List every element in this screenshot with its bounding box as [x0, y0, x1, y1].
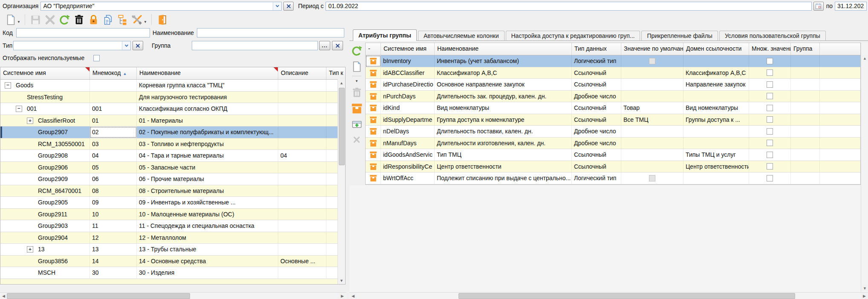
save-button[interactable]: [29, 13, 43, 26]
column-header[interactable]: Системное имя: [381, 43, 435, 55]
code-input[interactable]: [16, 28, 150, 37]
tree-horizontal-scrollbar[interactable]: ◀ ▶: [0, 292, 346, 299]
organization-clear-button[interactable]: [283, 2, 294, 11]
column-header[interactable]: Домен ссылочности: [683, 43, 749, 55]
tree-row[interactable]: Group29050909 - Инвентарь и хозяйственны…: [0, 197, 345, 209]
tree-row[interactable]: Group29031111 - Спецодежда и специальная…: [0, 220, 345, 232]
delete-button[interactable]: [72, 13, 87, 26]
tree-row[interactable]: Group29070202 - Покупные полуфабрикаты и…: [0, 126, 345, 138]
tree-row[interactable]: Group29060505 - Запасные части: [0, 162, 345, 174]
type-clear-button[interactable]: [133, 41, 143, 50]
add-box-button[interactable]: [350, 118, 363, 130]
tab-3[interactable]: Прикрепленные файлы: [641, 31, 718, 40]
default-value-checkbox[interactable]: [649, 175, 655, 181]
column-header[interactable]: Мнемокод▲: [90, 67, 137, 79]
cancel-button[interactable]: [43, 13, 58, 26]
scroll-thumb[interactable]: [7, 293, 190, 299]
tree-row[interactable]: −GoodsКорневая группа класса "ТМЦ": [0, 80, 345, 92]
tree-row[interactable]: RCM_1305500010303 - Топливо и нефтепроду…: [0, 138, 345, 150]
multiple-value-checkbox[interactable]: [767, 152, 773, 158]
period-to-input[interactable]: [835, 2, 867, 11]
tree-vertical-scrollbar[interactable]: ▲ ▼: [337, 79, 345, 284]
multiple-value-checkbox[interactable]: [767, 163, 773, 170]
scroll-thumb[interactable]: [459, 293, 795, 299]
tab-1[interactable]: Автовычисляемые колонки: [418, 31, 505, 40]
column-header[interactable]: Тип данных: [572, 43, 621, 55]
collapse-icon[interactable]: −: [5, 82, 11, 89]
tab-0[interactable]: Атрибуты группы: [353, 29, 417, 41]
tree-row[interactable]: Group29041212 - Металлолом: [0, 232, 345, 244]
expand-icon[interactable]: +: [27, 246, 33, 253]
column-header[interactable]: Описание: [278, 67, 326, 79]
scroll-right-button[interactable]: ▶: [339, 293, 346, 299]
column-header[interactable]: Наименование: [137, 67, 278, 79]
scroll-up-button[interactable]: ▲: [338, 80, 345, 86]
name-input[interactable]: [197, 28, 344, 37]
tree-row[interactable]: +131313 - Трубы стальные: [0, 244, 345, 256]
attribute-row[interactable]: idResponsibilityCeЦентр ответственностиС…: [366, 161, 860, 173]
default-value-checkbox[interactable]: [649, 58, 655, 64]
column-header[interactable]: Системное имя: [0, 67, 90, 79]
panel-splitter[interactable]: [346, 26, 349, 299]
new-document-button[interactable]: [3, 13, 18, 26]
attribute-row[interactable]: nDelDaysДлительность поставки, кален. дн…: [366, 126, 860, 138]
attribute-row[interactable]: idKindВид номенклатурыСсылочныйТоварВид …: [366, 102, 860, 114]
tree-row[interactable]: +ClassifierRoot0101 - Материалы: [0, 115, 345, 127]
tab-4[interactable]: Условия пользовательской группы: [719, 31, 826, 40]
attributes-vertical-scrollbar[interactable]: ▲ ▼: [861, 43, 868, 292]
tree-row[interactable]: −001001Классификация согласно ОКПД: [0, 103, 345, 115]
tree-row[interactable]: Group29111010 - Малоценные материалы (ОС…: [0, 209, 345, 221]
exit-button[interactable]: [155, 13, 170, 26]
scroll-up-button[interactable]: ▲: [862, 55, 868, 61]
type-select[interactable]: [13, 41, 131, 50]
copy-button[interactable]: [101, 13, 115, 26]
multiple-value-checkbox[interactable]: [767, 105, 773, 111]
calendar-button[interactable]: [813, 2, 824, 11]
multiple-value-checkbox[interactable]: [767, 140, 773, 146]
scroll-down-button[interactable]: ▼: [862, 285, 868, 291]
tree-row[interactable]: Group29080404 - Тара и тарные материалы0…: [0, 150, 345, 162]
column-header[interactable]: Наименование: [435, 43, 572, 55]
cancel-button[interactable]: [350, 133, 363, 146]
tree-row[interactable]: RCM_864700010808 - Строительные материал…: [0, 185, 345, 197]
multiple-value-checkbox[interactable]: [767, 93, 773, 99]
tree-row[interactable]: Group38561414 - Основные средстваОсновны…: [0, 256, 345, 267]
attribute-row[interactable]: bWrtOffAccПодлежит списанию при выдаче с…: [366, 172, 860, 184]
refresh-button[interactable]: [58, 13, 72, 26]
collapse-icon[interactable]: −: [16, 106, 22, 112]
settings-menu-caret-icon[interactable]: ▼: [144, 20, 147, 24]
multiple-value-checkbox[interactable]: [767, 58, 773, 64]
new-document-menu-caret-icon[interactable]: ▼: [17, 20, 20, 24]
group-lookup-button[interactable]: ...: [319, 41, 330, 50]
column-header[interactable]: Тип к: [326, 67, 345, 79]
tree-row[interactable]: StressTestingДля нагрузочного тестирован…: [0, 92, 345, 104]
organization-select[interactable]: АО "Предприятие": [40, 2, 282, 11]
multiple-value-checkbox[interactable]: [767, 128, 773, 135]
attribute-row[interactable]: idPurchaseDirectioОсновное направление з…: [366, 79, 860, 91]
attribute-row[interactable]: nManufDaysДлительности изготовления, кал…: [366, 138, 860, 150]
new-attribute-button[interactable]: [350, 60, 363, 73]
scroll-thumb[interactable]: [339, 88, 345, 165]
lock-button[interactable]: [87, 13, 101, 26]
column-header[interactable]: -: [366, 43, 381, 55]
multiple-value-checkbox[interactable]: [767, 175, 773, 181]
hierarchy-button[interactable]: [115, 13, 130, 26]
attribute-row[interactable]: idGoodsAndServicТип ТМЦСсылочныйТипы ТМЦ…: [366, 149, 860, 161]
expand-icon[interactable]: +: [27, 118, 33, 124]
show-unused-checkbox[interactable]: [93, 55, 100, 61]
refresh-button[interactable]: [350, 44, 363, 57]
attributes-horizontal-scrollbar[interactable]: ◀ ▶: [349, 292, 868, 299]
attribute-row[interactable]: bInventoryИнвентарь (учет забалансом)Лог…: [366, 55, 860, 67]
column-header[interactable]: Множ. значение: [749, 43, 791, 55]
tree-row[interactable]: MSCH3030 - Изделия: [0, 267, 345, 279]
attribute-box-button[interactable]: [350, 102, 363, 115]
new-attribute-menu-caret-icon[interactable]: ▼: [355, 79, 358, 83]
column-header[interactable]: Значение по умолчанию: [621, 43, 683, 55]
multiple-value-checkbox[interactable]: [767, 69, 773, 76]
settings-button[interactable]: [130, 13, 144, 26]
multiple-value-checkbox[interactable]: [767, 116, 773, 123]
tab-2[interactable]: Настройка доступа к редактированию груп.…: [506, 31, 640, 40]
scroll-left-button[interactable]: ◀: [0, 293, 7, 299]
tree-row[interactable]: Group29090606 - Прочие материалы: [0, 173, 345, 185]
group-input[interactable]: [192, 41, 318, 50]
